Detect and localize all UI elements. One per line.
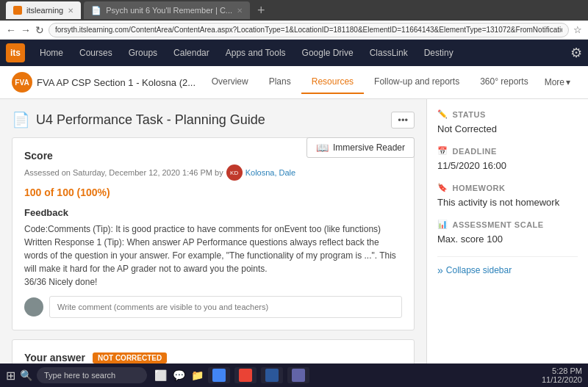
tab-plans[interactable]: Plans: [259, 70, 301, 94]
browser-tabs: itslearning ✕ 📄 Psych unit 6 You'll Reme…: [0, 0, 588, 21]
search-icon: 🔍: [20, 369, 32, 381]
calendar-icon: 📅: [437, 146, 448, 156]
taskbar-time: 5:28 PM 11/12/2020: [542, 366, 582, 384]
feedback-text: Code:Comments (Tip): It is good practice…: [24, 223, 402, 289]
page-title: 📄 U4 Performance Task - Planning Guide: [12, 111, 265, 129]
assessor-link[interactable]: Kolosna, Dale: [245, 168, 296, 177]
nav-classlink[interactable]: ClassLink: [362, 43, 415, 62]
nav-calendar[interactable]: Calendar: [166, 43, 217, 62]
sidebar: ✏️ STATUS Not Corrected 📅 DEADLINE 11/5/…: [426, 99, 588, 387]
tab-favicon-2: 📄: [91, 6, 101, 15]
deadline-value: 11/5/2020 16:00: [437, 160, 578, 171]
chevron-down-icon: ▾: [566, 77, 570, 87]
inactive-tab[interactable]: 📄 Psych unit 6 You'll Remember | C... ✕: [84, 1, 250, 19]
homework-icon: 🔖: [437, 183, 448, 192]
bookmark-icon: ☆: [573, 24, 582, 35]
deadline-title: 📅 DEADLINE: [437, 146, 578, 156]
chrome-icon: [212, 369, 226, 382]
start-btn[interactable]: ⊞: [6, 369, 15, 383]
course-avatar: FVA: [12, 72, 32, 93]
tab-close-btn-2[interactable]: ✕: [237, 7, 243, 15]
word-icon: [265, 369, 279, 382]
assessment-title: 📊 ASSESSMENT SCALE: [437, 220, 578, 229]
task-icon-3[interactable]: 📁: [191, 369, 204, 381]
assessment-value: Max. score 100: [437, 234, 578, 245]
nav-google-drive[interactable]: Google Drive: [295, 43, 361, 62]
tab-more[interactable]: More ▾: [539, 70, 576, 94]
taskbar-app-word[interactable]: [261, 367, 283, 383]
tab-overview[interactable]: Overview: [201, 70, 259, 94]
collapse-icon: »: [437, 264, 443, 276]
course-title: FVA AP CSP Section 1 - Kolosna (2...: [37, 77, 197, 88]
your-answer-label: Your answer: [24, 352, 85, 364]
task-icon-1[interactable]: ⬜: [154, 369, 167, 381]
more-options-btn[interactable]: •••: [391, 112, 415, 129]
status-title: ✏️ STATUS: [437, 109, 578, 119]
sidebar-assessment: 📊 ASSESSMENT SCALE Max. score 100: [437, 220, 578, 245]
taskbar-app-mail[interactable]: [234, 367, 257, 383]
feedback-label: Feedback: [24, 207, 402, 218]
taskbar-search[interactable]: Type here to search: [37, 367, 147, 383]
tab-close-btn[interactable]: ✕: [68, 7, 74, 15]
tab-label: itslearning: [26, 6, 63, 15]
main-content: 📄 U4 Performance Task - Planning Guide •…: [0, 99, 588, 387]
homework-title: 🔖 HOMEWORK: [437, 183, 578, 192]
nav-groups[interactable]: Groups: [121, 43, 165, 62]
user-profile-btn[interactable]: ⚙: [570, 45, 582, 61]
tab-360reports[interactable]: 360° reports: [470, 70, 539, 94]
active-tab[interactable]: itslearning ✕: [6, 1, 81, 19]
your-answer-header: Your answer NOT CORRECTED: [24, 352, 402, 364]
taskbar-icons: ⬜ 💬 📁: [154, 369, 204, 381]
comment-input[interactable]: [49, 296, 402, 318]
nav-apps-tools[interactable]: Apps and Tools: [218, 43, 293, 62]
nav-courses[interactable]: Courses: [72, 43, 120, 62]
page-title-bar: 📄 U4 Performance Task - Planning Guide •…: [12, 111, 415, 129]
course-tabs: Overview Plans Resources Follow-up and r…: [201, 70, 576, 94]
mail-icon: [239, 369, 252, 382]
tab-resources[interactable]: Resources: [301, 70, 364, 94]
homework-value: This activity is not homework: [437, 197, 578, 208]
document-icon: 📄: [12, 111, 30, 129]
assessed-text: Assessed on Saturday, December 12, 2020 …: [24, 164, 402, 181]
book-icon: 📖: [316, 142, 329, 153]
scale-icon: 📊: [437, 220, 448, 229]
status-value: Not Corrected: [437, 123, 578, 134]
address-input[interactable]: [49, 23, 569, 37]
score-value: 100 of 100 (100%): [24, 187, 402, 198]
app-nav: its Home Courses Groups Calendar Apps an…: [0, 40, 588, 66]
taskbar: ⊞ 🔍 Type here to search ⬜ 💬 📁 5:28 PM 11…: [0, 364, 588, 387]
content-area: 📄 U4 Performance Task - Planning Guide •…: [0, 99, 426, 387]
collapse-sidebar-btn[interactable]: » Collapse sidebar: [437, 256, 578, 276]
teams-icon: [292, 369, 305, 382]
sidebar-status: ✏️ STATUS Not Corrected: [437, 109, 578, 134]
immersive-reader-btn[interactable]: 📖 Immersive Reader: [306, 137, 415, 158]
comment-area: [24, 296, 402, 318]
course-header: FVA FVA AP CSP Section 1 - Kolosna (2...…: [0, 66, 588, 99]
new-tab-btn[interactable]: +: [257, 3, 265, 18]
assessor-avatar: KD: [226, 164, 243, 181]
nav-destiny[interactable]: Destiny: [417, 43, 461, 62]
status-badge: NOT CORRECTED: [93, 352, 167, 364]
pencil-icon: ✏️: [437, 109, 448, 119]
back-btn[interactable]: ←: [6, 24, 16, 36]
task-icon-2[interactable]: 💬: [173, 369, 185, 381]
sidebar-deadline: 📅 DEADLINE 11/5/2020 16:00: [437, 146, 578, 171]
tab-favicon: [13, 6, 22, 15]
nav-home[interactable]: Home: [32, 43, 71, 62]
address-bar: ← → ↻ ☆: [0, 21, 588, 40]
reload-btn[interactable]: ↻: [35, 24, 44, 36]
tab-label-2: Psych unit 6 You'll Remember | C...: [106, 6, 232, 15]
tab-followup[interactable]: Follow-up and reports: [364, 70, 470, 94]
taskbar-app-teams[interactable]: [287, 367, 309, 383]
score-section: Score Assessed on Saturday, December 12,…: [12, 137, 415, 330]
forward-btn[interactable]: →: [21, 24, 31, 36]
app-logo[interactable]: its: [6, 43, 25, 62]
taskbar-app-chrome[interactable]: [208, 367, 230, 383]
sidebar-homework: 🔖 HOMEWORK This activity is not homework: [437, 183, 578, 208]
commenter-avatar: [24, 297, 43, 317]
